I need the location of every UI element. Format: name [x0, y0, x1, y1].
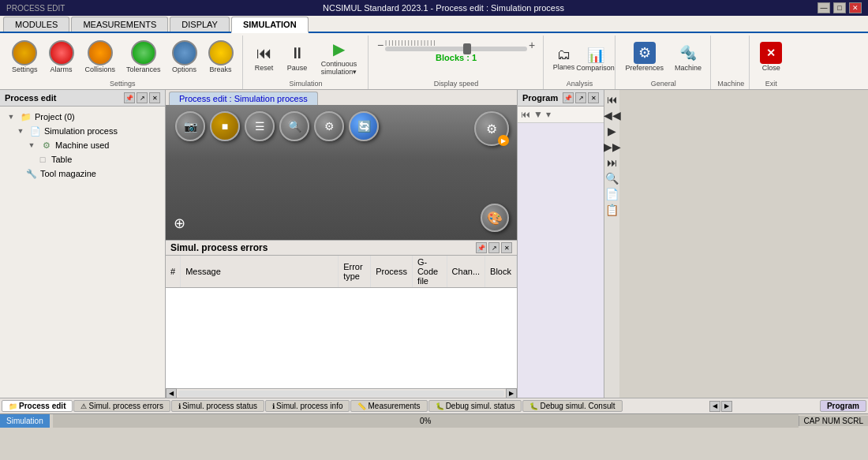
errors-table[interactable]: # Message Error type Process G-Code file… [166, 256, 517, 388]
breaks-button[interactable]: Breaks [204, 38, 238, 76]
sim-viewport[interactable]: 📷 ■ ☰ 🔍 ⚙ 🔄 ⚙ ▶ ⊕ 🎨 [166, 105, 517, 240]
vp-color-button[interactable]: 🎨 [481, 204, 509, 232]
planes-button[interactable]: 🗂 Planes [550, 44, 578, 69]
panel-close-button[interactable]: ✕ [149, 92, 160, 103]
comparison-button[interactable]: 📊 Comparison [582, 44, 610, 69]
errors-float-button[interactable]: ↗ [488, 242, 499, 253]
pause-button[interactable]: ⏸ Pause [282, 39, 312, 74]
module-tab-modules[interactable]: MODULES [3, 17, 69, 32]
bottom-tab-errors[interactable]: ⚠ Simul. process errors [73, 400, 170, 412]
tree-item-simulation[interactable]: ▼ 📄 Simulation process [3, 124, 162, 138]
nav-prev-fast-button[interactable]: ◀◀ [604, 109, 621, 122]
machine-tree-icon: ⚙ [40, 139, 53, 151]
bottom-tab-debug-status[interactable]: 🐛 Debug simul. status [428, 400, 522, 412]
bottom-tab-program[interactable]: Program [820, 400, 866, 412]
errors-close-button[interactable]: ✕ [501, 242, 512, 253]
nav-play-button[interactable]: ▶ [608, 125, 616, 137]
alarms-button[interactable]: Alarms [45, 38, 78, 76]
close-button[interactable]: ✕ [849, 2, 862, 13]
tab-process-edit-label: Process edit [19, 402, 65, 410]
tab-process-edit-icon: 📁 [9, 402, 17, 410]
tab-errors-label: Simul. process errors [88, 402, 163, 410]
blocks-text: Blocks : 1 [436, 53, 477, 62]
panel-float-button[interactable]: ↗ [137, 92, 148, 103]
vp-spin-button[interactable]: 🔄 [349, 111, 379, 141]
vp-search-button[interactable]: 🔍 [279, 111, 309, 141]
left-panel: Process edit 📌 ↗ ✕ ▼ 📁 Project (0) ▼ 📄 S… [0, 90, 166, 398]
module-tab-simulation[interactable]: SIMULATION [231, 17, 309, 33]
tree-item-project[interactable]: ▼ 📁 Project (0) [3, 110, 162, 124]
ribbon-group-speed: − |||||||||||||||| + Blocks : 1 Display … [370, 36, 544, 89]
exit-group-label: Exit [756, 78, 786, 89]
program-filter-button[interactable]: ▼ [533, 109, 543, 120]
vp-list-button[interactable]: ☰ [245, 111, 275, 141]
speed-track[interactable] [385, 47, 527, 51]
status-bar: Simulation 0% CAP NUM SCRL [0, 413, 868, 428]
col-channel: Chan... [447, 256, 485, 288]
module-tab-display[interactable]: DISPLAY [170, 17, 230, 32]
tab-status-label: Simul. process status [182, 402, 257, 410]
table-label: Table [51, 155, 72, 164]
reset-icon: ⏮ [253, 42, 275, 64]
program-float-button[interactable]: ↗ [575, 92, 586, 103]
scroll-right-button[interactable]: ▶ [506, 388, 517, 398]
nav-doc2-button[interactable]: 📋 [605, 204, 619, 216]
close-main-button[interactable]: ✕ Close [756, 39, 786, 74]
bottom-tabs: 📁 Process edit ⚠ Simul. process errors ℹ… [0, 398, 868, 413]
vp-axes-button[interactable]: ⊕ [174, 215, 185, 232]
preferences-button[interactable]: ⚙ Preferences [622, 39, 668, 74]
nav-first-button[interactable]: ⏮ [607, 93, 618, 106]
options-button[interactable]: Options [168, 38, 201, 76]
speed-thumb[interactable] [463, 43, 471, 54]
scroll-left-button[interactable]: ◀ [166, 388, 177, 398]
window-section-label: PROCESS EDIT [6, 4, 69, 13]
nav-next-fast-button[interactable]: ▶▶ [604, 140, 621, 153]
speed-plus[interactable]: + [529, 39, 535, 51]
vp-camera-button[interactable]: 📷 [175, 111, 205, 141]
vp-settings-button[interactable]: ⚙ ▶ [474, 111, 509, 146]
ribbon-group-settings: Settings Alarms Collisions Tolerances Op… [3, 36, 243, 89]
program-pin-button[interactable]: 📌 [563, 92, 574, 103]
vp-solid-button[interactable]: ■ [210, 111, 240, 141]
tree-item-tool-magazine[interactable]: 🔧 Tool magazine [3, 166, 162, 181]
machine-expand-icon: ▼ [25, 139, 38, 151]
panel-pin-button[interactable]: 📌 [124, 92, 135, 103]
speed-minus[interactable]: − [377, 39, 383, 51]
table-icon: □ [36, 153, 49, 166]
bottom-tab-debug-consult[interactable]: 🐛 Debug simul. Consult [522, 400, 622, 412]
bottom-tab-process-edit[interactable]: 📁 Process edit [2, 400, 73, 412]
reset-button[interactable]: ⏮ Reset [249, 39, 279, 74]
vp-gear-button[interactable]: ⚙ [314, 111, 344, 141]
minimize-button[interactable]: — [817, 2, 830, 13]
maximize-button[interactable]: □ [833, 2, 846, 13]
module-tab-measurements[interactable]: MEASUREMENTS [71, 17, 168, 32]
errors-scrollbar[interactable]: ◀ ▶ [166, 388, 517, 398]
comparison-icon: 📊 [585, 47, 607, 64]
close-main-label: Close [762, 64, 780, 72]
collisions-button[interactable]: Collisions [81, 38, 120, 76]
tabs-scroll-left[interactable]: ◀ [709, 401, 720, 412]
machine-button[interactable]: 🔩 Machine [671, 39, 705, 74]
tree-item-table[interactable]: □ Table [3, 152, 162, 166]
nav-search-button[interactable]: 🔍 [605, 172, 619, 185]
sim-tab-bar: Process edit : Simulation process [166, 90, 517, 105]
tree-item-machine[interactable]: ▼ ⚙ Machine used [3, 138, 162, 152]
bottom-tab-measurements[interactable]: 📏 Measurements [350, 400, 427, 412]
program-menu-button[interactable]: ▾ [546, 109, 551, 120]
nav-last-button[interactable]: ⏭ [607, 156, 618, 169]
nav-doc1-button[interactable]: 📄 [605, 188, 619, 200]
tolerances-button[interactable]: Tolerances [122, 38, 165, 76]
exit-items: ✕ Close [756, 36, 786, 78]
settings-button[interactable]: Settings [8, 38, 42, 76]
simulation-tab[interactable]: Process edit : Simulation process [169, 92, 318, 105]
program-rewind-button[interactable]: ⏮ [521, 109, 530, 120]
bottom-tab-status[interactable]: ℹ Simul. process status [171, 400, 264, 412]
bottom-tab-info[interactable]: ℹ Simul. process info [265, 400, 350, 412]
h-scroll-track[interactable] [178, 391, 504, 397]
tabs-scroll-right[interactable]: ▶ [721, 401, 732, 412]
options-label: Options [172, 65, 196, 73]
continuous-button[interactable]: ▶ Continuoussimulation▾ [316, 36, 363, 78]
program-close-button[interactable]: ✕ [588, 92, 599, 103]
errors-pin-button[interactable]: 📌 [476, 242, 487, 253]
preferences-label: Preferences [626, 64, 664, 72]
